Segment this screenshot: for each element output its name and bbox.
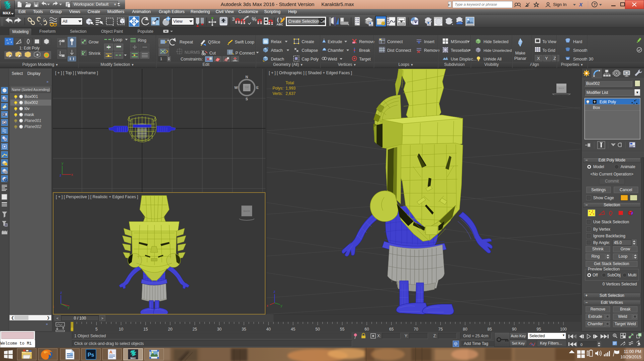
svg-text:Key Filters...: Key Filters... xyxy=(540,341,562,346)
svg-text:Loop: Loop xyxy=(619,254,628,259)
svg-text:Ring: Ring xyxy=(592,254,600,259)
svg-text:Remove: Remove xyxy=(359,39,375,44)
svg-text:Unhide All: Unhide All xyxy=(484,57,502,62)
svg-text:All: All xyxy=(63,19,68,24)
svg-text:Cap Poly: Cap Poly xyxy=(302,57,319,62)
svg-text:Extrude: Extrude xyxy=(328,39,342,44)
svg-text:95: 95 xyxy=(537,327,541,332)
svg-text:Use Displac...: Use Displac... xyxy=(451,57,476,62)
svg-text:50: 50 xyxy=(315,327,320,332)
svg-text:[ + ] [ Orthographic ] [ Shade: [ + ] [ Orthographic ] [ Shaded + Edged … xyxy=(269,71,352,75)
svg-text:Plane001: Plane001 xyxy=(24,118,41,123)
svg-text:Remove: Remove xyxy=(424,48,440,53)
svg-text:Box: Box xyxy=(593,105,600,110)
svg-text:Ignore Backfacing: Ignore Backfacing xyxy=(593,234,625,238)
svg-text:<No Current Operation>: <No Current Operation> xyxy=(591,172,634,176)
svg-text:Hide Unselected: Hide Unselected xyxy=(484,48,512,52)
svg-text:70: 70 xyxy=(414,327,418,332)
svg-text:Commit: Commit xyxy=(605,179,619,184)
svg-text:Create: Create xyxy=(302,39,314,44)
svg-text:Target: Target xyxy=(359,57,371,62)
svg-text:Ring: Ring xyxy=(138,38,146,43)
svg-text:y: y xyxy=(281,304,283,308)
svg-text:Insert: Insert xyxy=(424,39,435,44)
svg-text:Hide Selected: Hide Selected xyxy=(484,39,509,44)
svg-text:mask: mask xyxy=(24,112,34,117)
svg-text:Grow: Grow xyxy=(89,40,99,44)
svg-text:?: ? xyxy=(594,2,596,6)
svg-text:45.0: 45.0 xyxy=(614,240,622,245)
svg-text:[ + ] [ Top ] [ Wireframe ]: [ + ] [ Top ] [ Wireframe ] xyxy=(55,71,98,75)
svg-text:10: 10 xyxy=(119,327,123,332)
svg-text:1: Edit Poly: 1: Edit Poly xyxy=(19,46,40,50)
svg-text:Ps: Ps xyxy=(88,352,94,358)
svg-text:Make: Make xyxy=(515,51,526,55)
svg-text:1,993: 1,993 xyxy=(286,86,296,91)
svg-text:20: 20 xyxy=(168,327,173,332)
svg-text:80: 80 xyxy=(463,327,467,332)
svg-text:Chamfer: Chamfer xyxy=(587,322,603,326)
svg-text:Weld: Weld xyxy=(618,314,627,319)
svg-text:25: 25 xyxy=(193,327,197,332)
svg-text:To Grid: To Grid xyxy=(542,48,555,53)
svg-text:Box001: Box001 xyxy=(24,94,38,99)
svg-text:Loop: Loop xyxy=(113,37,122,42)
svg-text:55: 55 xyxy=(340,327,345,332)
svg-text:Remove: Remove xyxy=(591,307,606,312)
svg-text:Shrink: Shrink xyxy=(89,51,101,56)
svg-text:Get Stack Selection: Get Stack Selection xyxy=(594,261,629,266)
svg-text:W: W xyxy=(234,86,238,90)
svg-text:Break: Break xyxy=(620,307,631,312)
svg-text:MAX: MAX xyxy=(3,11,10,15)
svg-text:Grow: Grow xyxy=(621,247,630,251)
svg-text:35: 35 xyxy=(242,327,246,332)
svg-text:x: x xyxy=(71,172,73,176)
svg-text:90: 90 xyxy=(512,327,517,332)
svg-text:NURMS: NURMS xyxy=(185,50,200,55)
svg-text:Connect: Connect xyxy=(387,39,403,44)
svg-text:Extrude: Extrude xyxy=(588,314,602,319)
svg-text:Z: Z xyxy=(553,56,556,61)
svg-text:X: X xyxy=(537,56,540,61)
svg-text:2,637: 2,637 xyxy=(286,91,296,96)
svg-text:SubObj: SubObj xyxy=(607,273,621,277)
svg-text:E: E xyxy=(256,86,258,90)
svg-text:MSmooth: MSmooth xyxy=(451,39,469,44)
svg-text:15: 15 xyxy=(143,327,148,332)
svg-text:N: N xyxy=(245,75,248,79)
svg-text:y: y xyxy=(62,161,64,165)
svg-text:75: 75 xyxy=(438,327,443,332)
svg-text:Verts:: Verts: xyxy=(273,91,283,96)
svg-text:By Vertex: By Vertex xyxy=(593,227,610,232)
svg-text:65: 65 xyxy=(389,327,394,332)
svg-text:A: A xyxy=(109,350,113,355)
svg-text:Attach: Attach xyxy=(271,48,283,53)
svg-text:40: 40 xyxy=(266,327,271,332)
svg-text:Collapse: Collapse xyxy=(302,48,318,53)
svg-text:x: x xyxy=(266,304,269,308)
svg-text:ABC: ABC xyxy=(277,23,283,26)
svg-text:Multi: Multi xyxy=(628,273,636,277)
svg-text:x: x xyxy=(53,305,54,309)
svg-text:1: 1 xyxy=(160,57,162,61)
svg-text:Shrink: Shrink xyxy=(592,247,604,251)
svg-text:P Connect: P Connect xyxy=(235,51,255,55)
svg-text:Off: Off xyxy=(593,273,598,277)
svg-text:Polys:: Polys: xyxy=(273,86,284,91)
svg-text:%: % xyxy=(252,16,256,22)
svg-text:Dist Connect: Dist Connect xyxy=(387,48,411,53)
svg-text:Relax: Relax xyxy=(271,39,282,44)
svg-text:By Angle:: By Angle: xyxy=(593,240,610,245)
svg-text:TOP: TOP xyxy=(245,86,249,88)
svg-text:Model: Model xyxy=(593,164,604,169)
svg-text:Animate: Animate xyxy=(621,164,635,169)
svg-text:QSlice: QSlice xyxy=(208,40,220,44)
svg-text:3: 3 xyxy=(232,16,235,22)
svg-text:Sign In: Sign In xyxy=(553,2,566,7)
svg-text:Chamfer: Chamfer xyxy=(328,48,344,53)
svg-text:löv: löv xyxy=(24,106,29,111)
svg-text:Edit Poly: Edit Poly xyxy=(600,100,616,104)
svg-text:Total: Total xyxy=(286,81,294,85)
svg-text:Cancel: Cancel xyxy=(620,188,632,192)
svg-text:Box002: Box002 xyxy=(24,100,38,105)
